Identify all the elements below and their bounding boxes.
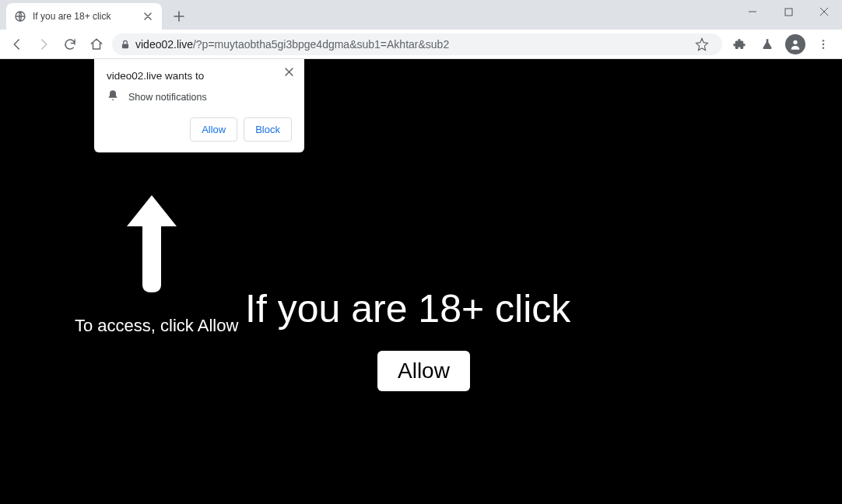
browser-toolbar: video02.live/?p=muytaobtha5gi3bpge4dgma&…	[0, 30, 842, 59]
svg-point-3	[793, 40, 797, 44]
address-url: video02.live/?p=muytaobtha5gi3bpge4dgma&…	[135, 38, 685, 51]
notification-permission-popup: video02.live wants to Show notifications…	[94, 59, 304, 152]
page-allow-button[interactable]: Allow	[377, 351, 470, 391]
window-close-button[interactable]	[806, 0, 842, 23]
bookmark-star-icon[interactable]	[689, 32, 714, 57]
globe-icon	[14, 10, 26, 23]
page-content: video02.live wants to Show notifications…	[0, 59, 842, 504]
popup-origin-text: video02.live wants to	[107, 70, 292, 82]
popup-message: Show notifications	[128, 92, 207, 103]
tab-close-icon[interactable]	[142, 10, 154, 23]
svg-point-6	[823, 47, 824, 48]
popup-block-button[interactable]: Block	[244, 117, 292, 142]
url-domain: video02.live	[135, 38, 193, 51]
svg-point-5	[823, 43, 824, 44]
kebab-menu-icon[interactable]	[811, 32, 836, 57]
popup-allow-button[interactable]: Allow	[190, 117, 237, 142]
bell-icon	[107, 89, 119, 105]
svg-rect-2	[122, 44, 128, 48]
tab-title: If you are 18+ click	[33, 11, 142, 22]
arrow-up-icon	[121, 187, 183, 299]
address-bar[interactable]: video02.live/?p=muytaobtha5gi3bpge4dgma&…	[112, 33, 722, 55]
svg-point-4	[823, 40, 824, 41]
forward-button[interactable]	[33, 33, 54, 55]
window-maximize-button[interactable]	[770, 0, 806, 23]
extensions-icon[interactable]	[727, 32, 752, 57]
window-minimize-button[interactable]	[735, 0, 770, 23]
access-instruction-text: To access, click Allow	[75, 316, 238, 336]
svg-rect-1	[785, 9, 792, 16]
labs-icon[interactable]	[755, 32, 780, 57]
window-controls	[735, 0, 842, 23]
back-button[interactable]	[6, 33, 28, 55]
home-button[interactable]	[86, 33, 107, 55]
browser-tab[interactable]: If you are 18+ click	[6, 3, 162, 30]
url-path: /?p=muytaobtha5gi3bpge4dgma&sub1=Akhtar&…	[193, 38, 449, 51]
popup-close-icon[interactable]	[281, 64, 296, 79]
browser-titlebar: If you are 18+ click	[0, 0, 842, 30]
page-headline: If you are 18+ click	[245, 286, 570, 331]
lock-icon	[120, 39, 131, 50]
profile-avatar[interactable]	[783, 32, 808, 57]
new-tab-button[interactable]	[168, 5, 190, 27]
reload-button[interactable]	[59, 33, 81, 55]
